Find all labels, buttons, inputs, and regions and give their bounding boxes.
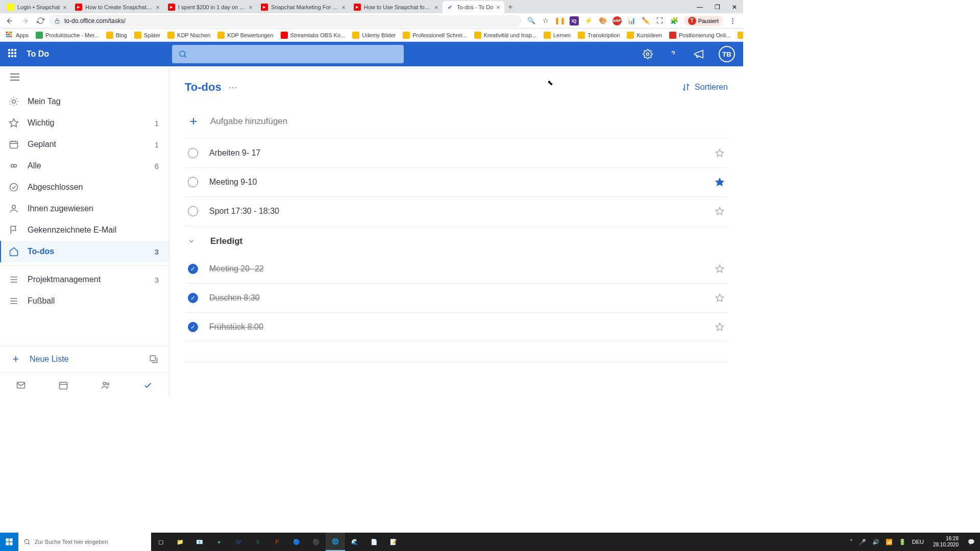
tab-snapchat[interactable]: Login • Snapchat × (3, 1, 71, 13)
calendar-button[interactable] (58, 380, 69, 391)
task-row[interactable]: ✓ Duschen 8:30 (185, 284, 728, 313)
bookmark-item[interactable]: Blog (103, 30, 130, 40)
sidebar-item-planned[interactable]: Geplant 1 (0, 134, 169, 155)
extension-icon[interactable]: ⚡ (584, 16, 593, 26)
forward-button[interactable] (18, 14, 32, 28)
url-field[interactable]: to-do.office.com/tasks/ (49, 15, 522, 27)
profile-button[interactable]: T Pausiert (684, 16, 723, 26)
chrome-menu-button[interactable]: ⋮ (728, 16, 737, 26)
sidebar-item-completed[interactable]: Abgeschlossen (0, 177, 169, 198)
maximize-button[interactable]: ❐ (708, 1, 726, 13)
extension-icon[interactable]: IQ (570, 16, 579, 26)
bookmark-label: Kreativität und Insp... (484, 32, 536, 38)
sidebar-item-todos[interactable]: To-dos 3 (0, 241, 169, 262)
new-group-button[interactable] (149, 354, 159, 364)
sidebar: Mein Tag Wichtig 1 Geplant 1 Alle 6 Abge… (0, 66, 169, 398)
sidebar-item-flagged-email[interactable]: Gekennzeichnete E-Mail (0, 219, 169, 241)
extension-icon[interactable]: ✏️ (641, 16, 650, 26)
close-icon[interactable]: × (63, 4, 67, 11)
adblock-icon[interactable]: ABP (612, 16, 622, 26)
star-button[interactable] (715, 322, 725, 332)
star-button[interactable] (715, 293, 725, 303)
new-list-button[interactable]: + Neue Liste (0, 346, 169, 372)
minimize-button[interactable]: — (691, 1, 708, 13)
task-row[interactable]: ✓ Meeting 20- 22 (185, 255, 728, 284)
reload-button[interactable] (34, 14, 47, 28)
new-tab-button[interactable]: + (504, 1, 517, 13)
task-row[interactable]: ✓ Frühstück 8:00 (185, 313, 728, 342)
sidebar-list-fussball[interactable]: Fußball (0, 290, 169, 312)
close-icon[interactable]: × (341, 4, 346, 11)
home-icon (8, 246, 19, 257)
bookmark-item[interactable]: Produktsuche - Mer... (33, 30, 102, 40)
apps-button[interactable]: Apps (3, 30, 32, 40)
tab-youtube-1[interactable]: ▶ How to Create Snapchat Ads - S × (71, 1, 164, 13)
fullscreen-icon[interactable]: ⛶ (655, 16, 665, 26)
settings-button[interactable] (642, 48, 653, 60)
folder-icon (352, 32, 359, 39)
tab-youtube-4[interactable]: ▶ How to Use Snapchat for your B × (350, 1, 443, 13)
extension-icon[interactable]: 📊 (627, 16, 636, 26)
extensions-menu-icon[interactable]: 🧩 (670, 16, 679, 26)
close-icon[interactable]: × (434, 4, 438, 11)
sidebar-item-my-day[interactable]: Mein Tag (0, 91, 169, 112)
bookmark-item[interactable]: Streamlabs OBS Ko... (278, 30, 349, 40)
bookmark-item[interactable]: Transkription (575, 30, 623, 40)
bookmark-item[interactable]: Positionierung Onli... (666, 30, 734, 40)
todo-app-button[interactable] (142, 380, 154, 391)
tab-youtube-3[interactable]: ▶ Snapchat Marketing For Beginne × (257, 1, 350, 13)
sidebar-list-projektmanagement[interactable]: Projektmanagement 3 (0, 269, 169, 290)
zoom-icon[interactable]: 🔍 (527, 16, 536, 26)
task-checkbox[interactable] (188, 206, 198, 216)
star-button[interactable] (715, 148, 725, 158)
bookmark-item[interactable]: KDP Bewertungen (214, 30, 276, 40)
close-window-button[interactable]: ✕ (726, 1, 743, 13)
star-button[interactable] (715, 264, 725, 274)
task-checkbox[interactable] (188, 148, 198, 158)
extension-icon[interactable]: 🎨 (598, 16, 607, 26)
close-icon[interactable]: × (496, 4, 500, 11)
completed-section-toggle[interactable]: Erledigt (185, 226, 728, 255)
help-button[interactable] (668, 48, 679, 60)
task-checkbox-checked[interactable]: ✓ (188, 322, 198, 332)
sort-button[interactable]: Sortieren (681, 83, 728, 92)
announcements-button[interactable] (693, 48, 704, 60)
close-icon[interactable]: × (249, 4, 253, 11)
star-button[interactable] (715, 206, 725, 216)
bookmark-item[interactable]: Kursideen (624, 30, 665, 40)
task-checkbox-checked[interactable]: ✓ (188, 264, 198, 274)
task-row[interactable]: Sport 17:30 - 18:30 (185, 197, 728, 226)
bookmark-item[interactable]: Teamwork (734, 30, 743, 40)
folder-icon (217, 32, 225, 39)
tab-youtube-2[interactable]: ▶ I spent $200 in 1 day on Snapch × (164, 1, 257, 13)
search-input[interactable] (172, 45, 404, 63)
tab-todo[interactable]: ✔ To-dos - To Do × (443, 1, 504, 13)
list-options-button[interactable]: ··· (229, 82, 238, 93)
star-button[interactable] (715, 177, 725, 187)
back-button[interactable] (3, 14, 16, 28)
mail-button[interactable] (15, 380, 27, 391)
bookmark-item[interactable]: Udemy Bilder (349, 30, 399, 40)
sidebar-item-assigned[interactable]: Ihnen zugewiesen (0, 198, 169, 219)
task-checkbox[interactable] (188, 177, 198, 187)
nav-label: Geplant (28, 140, 146, 149)
task-row[interactable]: Arbeiten 9- 17 (185, 139, 728, 168)
bookmark-item[interactable]: KDP Nischen (164, 30, 213, 40)
people-button[interactable] (100, 380, 111, 391)
bookmark-item[interactable]: Später (131, 30, 163, 40)
task-row[interactable]: Meeting 9-10 (185, 168, 728, 197)
bookmark-item[interactable]: Kreativität und Insp... (471, 30, 540, 40)
task-checkbox-checked[interactable]: ✓ (188, 293, 198, 303)
app-launcher-button[interactable] (8, 49, 18, 59)
add-task-placeholder: Aufgabe hinzufügen (210, 116, 287, 127)
bookmark-item[interactable]: Professionell Schrei... (400, 30, 470, 40)
bookmark-star-icon[interactable]: ☆ (541, 16, 550, 26)
add-task-input[interactable]: + Aufgabe hinzufügen (185, 108, 728, 139)
toggle-sidebar-button[interactable] (0, 72, 169, 82)
close-icon[interactable]: × (156, 4, 160, 11)
account-avatar[interactable]: TB (719, 46, 735, 62)
bookmark-item[interactable]: Lernen (541, 30, 574, 40)
sidebar-item-all[interactable]: Alle 6 (0, 155, 169, 177)
sidebar-item-important[interactable]: Wichtig 1 (0, 112, 169, 134)
extension-icon[interactable]: ❚❚ (555, 16, 565, 26)
